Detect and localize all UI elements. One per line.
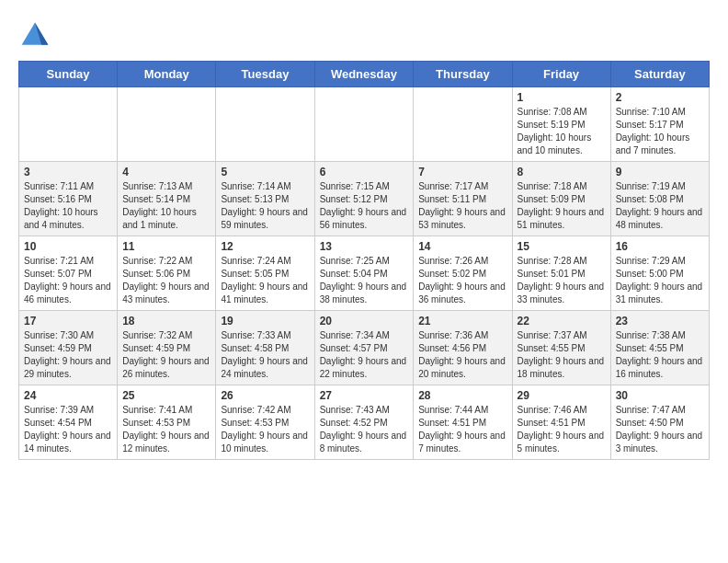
calendar-cell: 28Sunrise: 7:44 AM Sunset: 4:51 PM Dayli… — [414, 385, 512, 460]
day-number: 24 — [24, 389, 112, 402]
calendar-cell: 2Sunrise: 7:10 AM Sunset: 5:17 PM Daylig… — [610, 87, 709, 162]
day-info: Sunrise: 7:32 AM Sunset: 4:59 PM Dayligh… — [122, 329, 210, 381]
day-info: Sunrise: 7:15 AM Sunset: 5:12 PM Dayligh… — [320, 180, 409, 232]
calendar-cell: 16Sunrise: 7:29 AM Sunset: 5:00 PM Dayli… — [610, 236, 709, 311]
day-info: Sunrise: 7:17 AM Sunset: 5:11 PM Dayligh… — [418, 180, 506, 232]
day-info: Sunrise: 7:25 AM Sunset: 5:04 PM Dayligh… — [320, 255, 409, 306]
day-number: 13 — [320, 240, 409, 253]
th-monday: Monday — [118, 62, 216, 87]
day-number: 10 — [24, 240, 112, 253]
calendar-cell: 12Sunrise: 7:24 AM Sunset: 5:05 PM Dayli… — [216, 236, 314, 311]
th-tuesday: Tuesday — [216, 62, 314, 87]
day-info: Sunrise: 7:19 AM Sunset: 5:08 PM Dayligh… — [616, 180, 704, 232]
calendar-cell: 8Sunrise: 7:18 AM Sunset: 5:09 PM Daylig… — [512, 162, 610, 236]
calendar-cell: 27Sunrise: 7:43 AM Sunset: 4:52 PM Dayli… — [314, 385, 414, 460]
day-info: Sunrise: 7:39 AM Sunset: 4:54 PM Dayligh… — [24, 404, 112, 455]
day-info: Sunrise: 7:36 AM Sunset: 4:56 PM Dayligh… — [418, 329, 506, 381]
day-info: Sunrise: 7:47 AM Sunset: 4:50 PM Dayligh… — [616, 404, 704, 455]
day-info: Sunrise: 7:10 AM Sunset: 5:17 PM Dayligh… — [616, 106, 704, 157]
calendar-cell: 23Sunrise: 7:38 AM Sunset: 4:55 PM Dayli… — [610, 311, 709, 385]
day-number: 5 — [221, 166, 309, 178]
day-number: 27 — [320, 389, 409, 402]
calendar-week-3: 10Sunrise: 7:21 AM Sunset: 5:07 PM Dayli… — [19, 236, 710, 311]
day-info: Sunrise: 7:44 AM Sunset: 4:51 PM Dayligh… — [418, 404, 506, 455]
day-info: Sunrise: 7:38 AM Sunset: 4:55 PM Dayligh… — [616, 329, 704, 381]
calendar-cell: 5Sunrise: 7:14 AM Sunset: 5:13 PM Daylig… — [216, 162, 314, 236]
day-info: Sunrise: 7:30 AM Sunset: 4:59 PM Dayligh… — [24, 329, 112, 381]
day-info: Sunrise: 7:34 AM Sunset: 4:57 PM Dayligh… — [320, 329, 409, 381]
calendar-cell: 4Sunrise: 7:13 AM Sunset: 5:14 PM Daylig… — [118, 162, 216, 236]
calendar-body: 1Sunrise: 7:08 AM Sunset: 5:19 PM Daylig… — [19, 87, 710, 460]
weekday-row: Sunday Monday Tuesday Wednesday Thursday… — [19, 62, 710, 87]
day-number: 12 — [221, 240, 309, 253]
calendar-cell: 25Sunrise: 7:41 AM Sunset: 4:53 PM Dayli… — [118, 385, 216, 460]
day-number: 8 — [518, 166, 606, 178]
th-sunday: Sunday — [19, 62, 118, 87]
day-number: 7 — [418, 166, 506, 178]
day-number: 4 — [122, 166, 210, 178]
day-info: Sunrise: 7:43 AM Sunset: 4:52 PM Dayligh… — [320, 404, 409, 455]
day-number: 30 — [616, 389, 704, 402]
calendar-cell — [19, 87, 118, 162]
th-wednesday: Wednesday — [314, 62, 414, 87]
day-number: 6 — [320, 166, 409, 178]
calendar-week-1: 1Sunrise: 7:08 AM Sunset: 5:19 PM Daylig… — [19, 87, 710, 162]
calendar-cell: 15Sunrise: 7:28 AM Sunset: 5:01 PM Dayli… — [512, 236, 610, 311]
logo — [18, 18, 55, 52]
calendar-cell: 18Sunrise: 7:32 AM Sunset: 4:59 PM Dayli… — [118, 311, 216, 385]
calendar-cell: 20Sunrise: 7:34 AM Sunset: 4:57 PM Dayli… — [314, 311, 414, 385]
calendar-cell: 11Sunrise: 7:22 AM Sunset: 5:06 PM Dayli… — [118, 236, 216, 311]
day-number: 16 — [616, 240, 704, 253]
day-number: 15 — [518, 240, 606, 253]
calendar-cell: 3Sunrise: 7:11 AM Sunset: 5:16 PM Daylig… — [19, 162, 118, 236]
calendar-cell: 30Sunrise: 7:47 AM Sunset: 4:50 PM Dayli… — [610, 385, 709, 460]
calendar-cell: 24Sunrise: 7:39 AM Sunset: 4:54 PM Dayli… — [19, 385, 118, 460]
calendar-cell — [314, 87, 414, 162]
day-info: Sunrise: 7:26 AM Sunset: 5:02 PM Dayligh… — [418, 255, 506, 306]
calendar-cell: 26Sunrise: 7:42 AM Sunset: 4:53 PM Dayli… — [216, 385, 314, 460]
calendar-cell — [216, 87, 314, 162]
calendar-cell: 1Sunrise: 7:08 AM Sunset: 5:19 PM Daylig… — [512, 87, 610, 162]
day-info: Sunrise: 7:21 AM Sunset: 5:07 PM Dayligh… — [24, 255, 112, 306]
day-info: Sunrise: 7:13 AM Sunset: 5:14 PM Dayligh… — [122, 180, 210, 232]
day-number: 1 — [518, 91, 606, 104]
day-info: Sunrise: 7:37 AM Sunset: 4:55 PM Dayligh… — [518, 329, 606, 381]
day-number: 20 — [320, 315, 409, 327]
day-info: Sunrise: 7:42 AM Sunset: 4:53 PM Dayligh… — [221, 404, 309, 455]
day-number: 19 — [221, 315, 309, 327]
th-friday: Friday — [512, 62, 610, 87]
calendar-cell: 19Sunrise: 7:33 AM Sunset: 4:58 PM Dayli… — [216, 311, 314, 385]
header — [18, 18, 710, 52]
calendar-week-4: 17Sunrise: 7:30 AM Sunset: 4:59 PM Dayli… — [19, 311, 710, 385]
day-info: Sunrise: 7:11 AM Sunset: 5:16 PM Dayligh… — [24, 180, 112, 232]
day-number: 26 — [221, 389, 309, 402]
day-number: 21 — [418, 315, 506, 327]
th-saturday: Saturday — [610, 62, 709, 87]
day-number: 22 — [518, 315, 606, 327]
th-thursday: Thursday — [414, 62, 512, 87]
calendar-cell: 29Sunrise: 7:46 AM Sunset: 4:51 PM Dayli… — [512, 385, 610, 460]
day-number: 17 — [24, 315, 112, 327]
day-number: 18 — [122, 315, 210, 327]
day-number: 2 — [616, 91, 704, 104]
page: Sunday Monday Tuesday Wednesday Thursday… — [0, 0, 728, 478]
day-info: Sunrise: 7:14 AM Sunset: 5:13 PM Dayligh… — [221, 180, 309, 232]
day-number: 11 — [122, 240, 210, 253]
calendar-cell: 21Sunrise: 7:36 AM Sunset: 4:56 PM Dayli… — [414, 311, 512, 385]
calendar-cell — [118, 87, 216, 162]
day-info: Sunrise: 7:22 AM Sunset: 5:06 PM Dayligh… — [122, 255, 210, 306]
calendar-cell: 22Sunrise: 7:37 AM Sunset: 4:55 PM Dayli… — [512, 311, 610, 385]
day-number: 3 — [24, 166, 112, 178]
calendar-week-2: 3Sunrise: 7:11 AM Sunset: 5:16 PM Daylig… — [19, 162, 710, 236]
day-info: Sunrise: 7:46 AM Sunset: 4:51 PM Dayligh… — [518, 404, 606, 455]
day-number: 9 — [616, 166, 704, 178]
day-number: 14 — [418, 240, 506, 253]
calendar-cell: 13Sunrise: 7:25 AM Sunset: 5:04 PM Dayli… — [314, 236, 414, 311]
calendar-cell: 17Sunrise: 7:30 AM Sunset: 4:59 PM Dayli… — [19, 311, 118, 385]
calendar-cell — [414, 87, 512, 162]
calendar-table: Sunday Monday Tuesday Wednesday Thursday… — [18, 61, 710, 460]
calendar-header: Sunday Monday Tuesday Wednesday Thursday… — [19, 62, 710, 87]
day-number: 28 — [418, 389, 506, 402]
day-info: Sunrise: 7:24 AM Sunset: 5:05 PM Dayligh… — [221, 255, 309, 306]
day-info: Sunrise: 7:08 AM Sunset: 5:19 PM Dayligh… — [518, 106, 606, 157]
